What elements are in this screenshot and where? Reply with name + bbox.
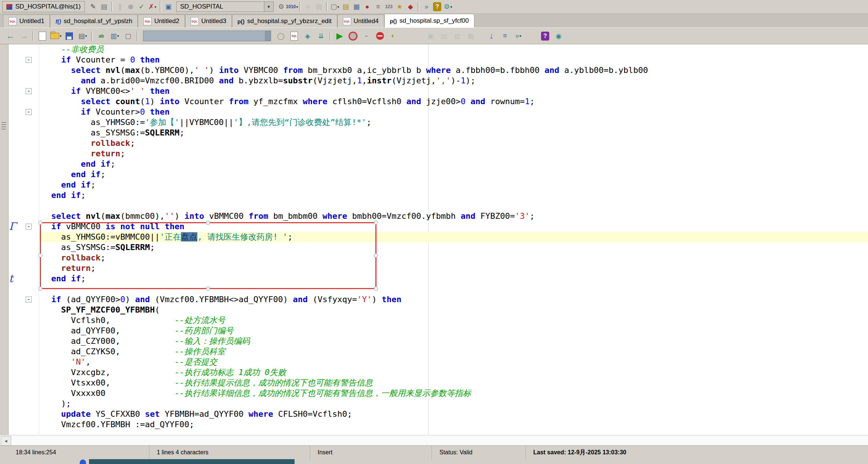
rollback-icon[interactable]: ✗▾ (147, 1, 158, 12)
window-list-icon[interactable]: ≡ (373, 1, 383, 12)
dropdown-arrow-icon[interactable]: ▾ (85, 34, 87, 38)
tab-sd_hospital.sp_yf_ybzsrz_edit[interactable]: p()sd_hospital.sp_yf_ybzsrz_edit (232, 15, 337, 28)
resize-handle[interactable] (38, 253, 42, 257)
search-input[interactable] (143, 31, 271, 41)
edit-doc-icon[interactable]: ▦ (464, 30, 477, 42)
code-line-25[interactable]: if (ad_QYYF00>0) and (Vmzcf00.YFBMBH<>ad… (39, 294, 868, 305)
tab-sd_hospital.sf_yf_ypslzh[interactable]: f()sd_hospital.sf_yf_ypslzh (50, 15, 138, 28)
new-document-icon[interactable] (36, 30, 49, 42)
code-line-12[interactable]: end if; (39, 159, 868, 169)
print-icon[interactable]: ▤▾ (76, 30, 89, 42)
char-count-icon[interactable]: 123 (384, 1, 394, 12)
scroll-left-arrow-icon[interactable]: ◄ (1, 436, 11, 446)
code-line-37[interactable]: Vmzcf00.YFBMBH :=ad_QYYF00; (39, 419, 868, 430)
report-icon[interactable]: ▤ (341, 1, 351, 12)
code-line-2[interactable]: if Vcounter = 0 then (39, 55, 868, 65)
fold-collapse-icon[interactable]: - (26, 109, 32, 115)
resize-handle[interactable] (374, 253, 378, 257)
chevron-down-icon[interactable]: ▼ (264, 2, 273, 12)
tab-sd_hospital.sp_sf_yfcf00[interactable]: p()sd_hospital.sp_sf_yfcf00 (384, 14, 474, 28)
code-line-16[interactable] (39, 201, 868, 211)
commit-icon[interactable]: ✓ (137, 1, 147, 12)
window-layout-icon[interactable]: ▣ (163, 1, 174, 12)
resize-handle[interactable] (38, 221, 42, 225)
dropdown-arrow-icon[interactable]: ▾ (450, 5, 452, 9)
help-question-icon[interactable]: ? (432, 1, 442, 12)
dropdown-arrow-icon[interactable]: ▾ (155, 5, 156, 9)
code-line-28[interactable]: ad_QYYF00, --药房部门编号 (39, 326, 868, 336)
resize-handle[interactable] (374, 287, 378, 291)
horizontal-scrollbar[interactable]: ◄ (0, 435, 868, 446)
edit-window-icon[interactable]: ✎ (88, 1, 98, 12)
open-file-icon[interactable]: ▾ (50, 30, 62, 42)
splitter-grip[interactable] (1, 121, 6, 131)
execute-icon[interactable]: ▶ (333, 30, 346, 42)
beautifier-icon[interactable]: ↓ (485, 30, 498, 42)
fold-collapse-icon[interactable]: - (26, 224, 32, 230)
number-format-icon[interactable]: 1010▾ (287, 1, 297, 12)
code-line-1[interactable]: --非收费员 (39, 44, 868, 55)
code-line-29[interactable]: ad_CZY000, --输入：操作员编码 (39, 336, 868, 346)
code-line-9[interactable]: as_SYSMSG:=SQLERRM; (39, 128, 868, 138)
help-icon[interactable]: ? (539, 30, 551, 42)
split-view-icon[interactable]: ▥▾ (108, 30, 121, 42)
resize-handle[interactable] (38, 287, 42, 291)
save-icon[interactable] (63, 30, 76, 42)
code-line-27[interactable]: Vcflsh0, --处方流水号 (39, 315, 868, 326)
resize-handle[interactable] (206, 287, 210, 291)
schema-selector[interactable]: SD_HOSPITAL▼ (176, 1, 274, 12)
dropdown-arrow-icon[interactable]: ▾ (117, 34, 119, 38)
todo-list-icon[interactable]: ≡ (499, 30, 511, 42)
describe-icon[interactable]: ab (95, 30, 108, 42)
tab-Untitled3[interactable]: SQLUntitled3 (185, 15, 232, 28)
paste-icon[interactable]: ▥ (451, 30, 464, 42)
code-line-33[interactable]: Vtsxx00, --执行结果提示信息，成功的情况下也可能有警告信息 (39, 378, 868, 388)
cut-icon[interactable]: ▣ (424, 30, 437, 42)
recycle-icon[interactable]: ◆ (406, 1, 416, 12)
stop-icon[interactable] (373, 30, 386, 42)
fetch-last-icon[interactable]: ⇊ (315, 30, 327, 42)
back-icon[interactable]: ← (4, 30, 17, 42)
sql-page-icon[interactable]: SQL (288, 30, 301, 42)
code-line-3[interactable]: select nvl(max(b.YBMC00),' ') into VYBMC… (39, 65, 868, 76)
resize-handle[interactable] (206, 221, 210, 225)
code-line-35[interactable]: ); (39, 399, 868, 409)
compile-icon[interactable]: ▧ (314, 1, 324, 12)
session-selector[interactable]: SD_HOSPITAL@his(1) (2, 1, 85, 12)
test-window-icon[interactable]: ◉ (552, 30, 565, 42)
dropdown-arrow-icon[interactable]: ▾ (337, 5, 339, 9)
code-line-17[interactable]: select nvl(max(bmmc00),'') into vBMMC00 … (39, 211, 868, 221)
code-line-14[interactable]: end if; (39, 180, 868, 190)
dropdown-arrow-icon[interactable]: ▾ (60, 34, 61, 38)
macro-record-icon[interactable]: ● (362, 1, 372, 12)
favorites-icon[interactable]: ★ (395, 1, 405, 12)
tab-Untitled2[interactable]: SQLUntitled2 (138, 15, 185, 28)
fold-collapse-icon[interactable]: - (26, 297, 32, 303)
pause-icon[interactable]: ∥ (115, 1, 125, 12)
code-line-5[interactable]: if VYBMC00<>' ' then (39, 86, 868, 96)
tools-icon[interactable]: ⚙ (276, 1, 286, 12)
copy-icon[interactable]: ▤ (438, 30, 450, 42)
code-line-30[interactable]: ad_CZYKS0, --操作员科室 (39, 346, 868, 357)
preferences-icon[interactable]: ⚙▾ (443, 1, 453, 12)
refresh-icon[interactable]: ◯ (274, 30, 287, 42)
link-icon[interactable]: ∞ (303, 1, 313, 12)
code-line-6[interactable]: select count(1) into Vcounter from yf_mz… (39, 96, 868, 107)
dropdown-arrow-icon[interactable]: ▾ (519, 34, 521, 38)
comment-icon[interactable]: -- (360, 30, 373, 42)
more-commands-icon[interactable]: »▾ (512, 30, 525, 42)
new-instance-icon[interactable]: ▢ (122, 30, 134, 42)
code-line-15[interactable]: end if; (39, 190, 868, 201)
code-line-36[interactable]: update YS_CFXXB0 set YFBMBH=ad_QYYF00 wh… (39, 409, 868, 419)
debug-icon[interactable]: ◐ (387, 30, 400, 42)
break-execution-icon[interactable] (347, 30, 359, 42)
code-line-26[interactable]: SP_YF_MZCF00_YFBMBH( (39, 305, 868, 315)
code-line-13[interactable]: end if; (39, 169, 868, 180)
tab-Untitled1[interactable]: SQLUntitled1 (3, 15, 50, 28)
code-line-31[interactable]: 'N', --是否提交 (39, 357, 868, 367)
break-session-icon[interactable]: ⊗ (126, 1, 136, 12)
fold-collapse-icon[interactable]: - (26, 88, 32, 94)
code-line-7[interactable]: if Vcounter>0 then (39, 107, 868, 117)
tab-Untitled4[interactable]: SQLUntitled4 (337, 15, 384, 28)
fold-collapse-icon[interactable]: - (26, 57, 32, 63)
